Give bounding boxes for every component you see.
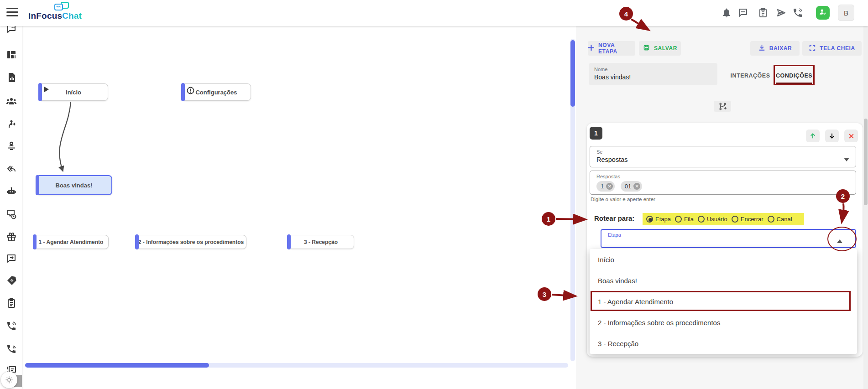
window-scrollbar-thumb[interactable]	[864, 119, 868, 205]
nome-field-value: Boas vindas!	[594, 73, 712, 81]
attendant-icon[interactable]	[6, 140, 17, 151]
annotation-number: 4	[624, 10, 628, 18]
annotation-step-4: 4	[619, 7, 633, 21]
dropdown-option-label: Início	[598, 256, 614, 264]
play-icon	[44, 87, 49, 93]
canvas-vertical-scrollbar-thumb[interactable]	[570, 40, 575, 107]
chat-message-icon[interactable]	[737, 7, 748, 18]
radio-icon	[675, 216, 682, 223]
move-condition-down-button[interactable]	[825, 130, 839, 142]
call-incoming-icon[interactable]	[6, 321, 17, 332]
node-label: 1 - Agendar Atendimento	[39, 239, 104, 245]
gift-icon[interactable]	[6, 232, 17, 243]
route-option-usuario[interactable]: Usuário	[698, 216, 727, 223]
annotation-number: 3	[543, 290, 546, 298]
etapa-select-label: Etapa	[608, 232, 849, 238]
routes-icon[interactable]	[6, 119, 17, 130]
annotation-step-2: 2	[836, 189, 850, 203]
route-option-label: Usuário	[707, 216, 727, 223]
tab-interacoes[interactable]: INTERAÇÕES	[728, 67, 772, 85]
canvas-horizontal-scrollbar-thumb[interactable]	[25, 363, 209, 368]
plus-icon	[588, 44, 595, 52]
flow-edge	[22, 26, 576, 389]
resposta-chip[interactable]: 1✕	[596, 181, 615, 192]
chip-remove-icon[interactable]: ✕	[633, 183, 640, 190]
tab-condicoes-label: CONDIÇÕES	[776, 73, 812, 79]
app-window: inFocusChat B	[0, 0, 868, 389]
dropdown-option-label: Boas vindas!	[598, 277, 637, 285]
etapa-select[interactable]: Etapa	[601, 229, 856, 248]
call-outgoing-icon[interactable]	[6, 343, 17, 354]
route-option-encerrar[interactable]: Encerrar	[732, 216, 763, 223]
route-options-highlight: Etapa Fila Usuário Encerrar Canal	[643, 213, 804, 225]
add-condition-branch-button[interactable]	[714, 101, 731, 112]
salvar-button[interactable]: SALVAR	[639, 41, 681, 56]
baixar-label: BAIXAR	[769, 45, 792, 52]
dropdown-option-label: 2 - Informações sobre os procedimentos	[598, 319, 720, 327]
flow-canvas[interactable]: Início Configurações Boas vindas! 1 - Ag…	[22, 26, 576, 389]
node-agendar-atendimento[interactable]: 1 - Agendar Atendimento	[33, 235, 109, 249]
reply-all-icon[interactable]	[6, 163, 17, 174]
tags-icon[interactable]	[6, 275, 17, 286]
node-inicio[interactable]: Início	[39, 83, 108, 101]
chatbot-icon[interactable]	[6, 186, 17, 197]
tasks-clipboard-icon[interactable]	[758, 7, 769, 18]
dashboard-icon[interactable]	[6, 49, 17, 60]
respostas-chips-field[interactable]: Respostas 1✕ 01✕	[590, 171, 856, 195]
hamburger-menu-icon[interactable]	[6, 8, 18, 18]
clipboard-icon[interactable]	[6, 298, 17, 309]
baixar-button[interactable]: BAIXAR	[750, 41, 800, 56]
nome-field[interactable]: Nome Boas vindas!	[589, 63, 717, 85]
agent-status-button[interactable]	[816, 6, 830, 20]
node-informacoes-procedimentos[interactable]: 2 - Informações sobre os procedimentos	[136, 235, 246, 249]
delete-condition-button[interactable]	[844, 130, 858, 142]
node-label: Boas vindas!	[56, 182, 93, 189]
send-icon[interactable]	[776, 7, 787, 18]
node-recepcao[interactable]: 3 - Recepção	[288, 235, 354, 249]
route-option-canal[interactable]: Canal	[768, 216, 792, 223]
dropdown-option-boas-vindas[interactable]: Boas vindas!	[590, 270, 857, 291]
window-scrollbar-track	[863, 26, 868, 389]
radio-icon	[732, 216, 738, 223]
se-select[interactable]: Se Respostas	[590, 146, 856, 167]
dropdown-option-label: 3 - Recepção	[598, 340, 638, 348]
fullscreen-icon	[809, 44, 816, 53]
dropdown-option-inicio[interactable]: Início	[590, 249, 857, 270]
dropdown-option-informacoes[interactable]: 2 - Informações sobre os procedimentos	[590, 312, 857, 333]
user-avatar[interactable]: B	[838, 5, 854, 21]
node-label: 3 - Recepção	[304, 239, 338, 245]
chip-value: 1	[601, 183, 604, 190]
dropdown-option-agendar-atendimento[interactable]: 1 - Agendar Atendimento	[590, 291, 857, 312]
node-boas-vindas[interactable]: Boas vindas!	[36, 175, 112, 195]
se-select-label: Se	[596, 149, 849, 155]
annotation-step-3: 3	[538, 287, 551, 301]
brightness-icon[interactable]	[1, 372, 17, 388]
dropdown-option-recepcao[interactable]: 3 - Recepção	[590, 333, 857, 354]
resposta-chip[interactable]: 01✕	[621, 181, 642, 192]
etapa-dropdown-menu: Início Boas vindas! 1 - Agendar Atendime…	[590, 249, 857, 354]
route-option-fila[interactable]: Fila	[675, 216, 694, 223]
nova-etapa-button[interactable]: NOVA ETAPA	[588, 41, 635, 56]
chevron-down-icon	[844, 155, 849, 163]
report-file-icon[interactable]	[6, 72, 17, 83]
tela-cheia-button[interactable]: TELA CHEIA	[802, 41, 862, 56]
salvar-label: SALVAR	[654, 45, 677, 52]
chip-remove-icon[interactable]: ✕	[606, 183, 613, 190]
forward-chat-icon[interactable]	[6, 253, 17, 264]
route-option-etapa[interactable]: Etapa	[646, 216, 671, 223]
notifications-bell-icon[interactable]	[721, 7, 732, 18]
chat-quote-icon[interactable]	[6, 26, 17, 35]
tela-cheia-label: TELA CHEIA	[820, 45, 855, 52]
annotation-number: 2	[841, 192, 845, 200]
scheduled-chat-icon[interactable]	[6, 209, 17, 220]
condition-index-badge: 1	[590, 127, 602, 140]
nome-field-label: Nome	[594, 67, 712, 72]
node-configuracoes[interactable]: Configurações	[182, 83, 251, 101]
respostas-helper-text: Digite o valor e aperte enter	[591, 197, 655, 202]
call-icon[interactable]	[792, 7, 803, 18]
condition-index: 1	[594, 130, 598, 137]
contacts-groups-icon[interactable]	[6, 96, 17, 107]
move-condition-up-button[interactable]	[806, 130, 820, 142]
tab-condicoes[interactable]: CONDIÇÕES	[773, 67, 815, 85]
radio-icon	[768, 216, 774, 223]
